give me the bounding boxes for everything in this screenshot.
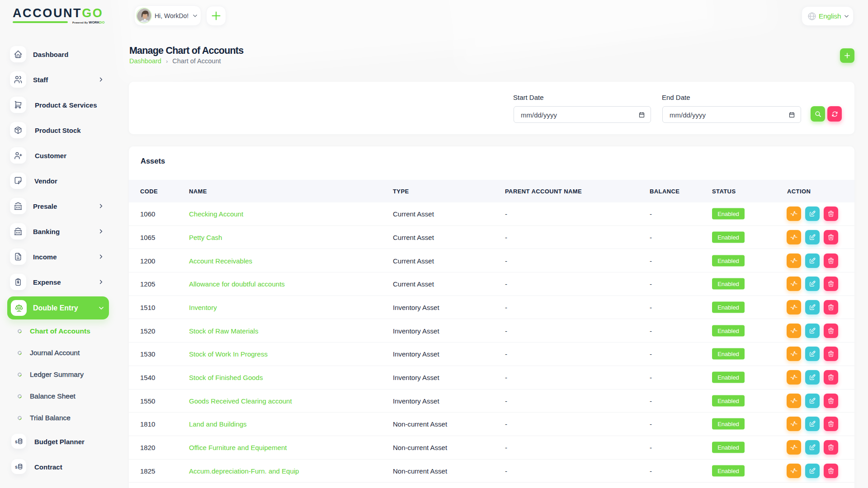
svg-text:$: $ [15, 439, 18, 444]
svg-text:$: $ [15, 464, 18, 469]
